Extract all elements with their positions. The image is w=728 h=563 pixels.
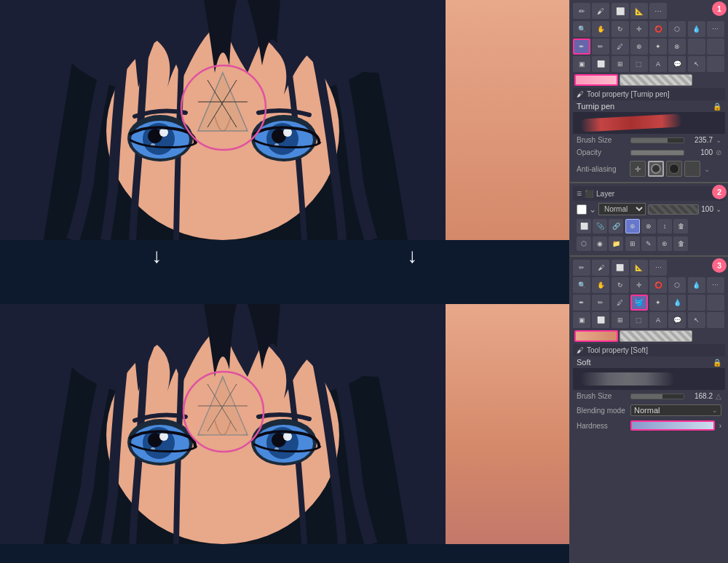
tool-hand[interactable]: ✋ [592, 21, 609, 37]
antialias-btn-extra[interactable] [684, 161, 700, 177]
p3-pen3[interactable]: 🖊 [612, 295, 629, 311]
antialias-btn-circle2[interactable] [666, 161, 682, 177]
p3-spare2[interactable] [707, 295, 724, 311]
p3-drop[interactable]: 💧 [668, 295, 686, 311]
layer-icon-2-5[interactable]: ✎ [641, 236, 656, 251]
p3-pen1[interactable]: ✒ [573, 295, 590, 311]
p3-textbox[interactable]: ⬚ [630, 312, 648, 328]
layer-opacity-stepper[interactable]: ⌄ [716, 205, 721, 213]
tool-bubble[interactable]: 💬 [668, 56, 686, 72]
tool-property-title-1: Tool property [Turnip pen] [587, 90, 670, 98]
p3-bubble[interactable]: 💬 [668, 312, 686, 328]
tool-zoom[interactable]: 🔍 [573, 21, 590, 37]
tool-extra2[interactable] [707, 56, 724, 72]
color-bar-primary-3[interactable] [574, 330, 618, 342]
p3-rotate[interactable]: ↻ [612, 277, 629, 293]
layer-icon-lock[interactable]: ⬜ [577, 219, 591, 233]
p3-fill[interactable]: ▣ [573, 312, 590, 328]
color-bar-secondary-3[interactable] [620, 330, 692, 342]
tool-icon-erase[interactable]: ⬜ [612, 3, 629, 19]
p3-textA[interactable]: A [649, 312, 667, 328]
tool-pen6[interactable]: ⊗ [668, 39, 686, 55]
layer-mode-select[interactable]: Normal Multiply Screen Overlay [598, 203, 646, 215]
antialias-btn-circle1[interactable] [648, 161, 664, 177]
p3-star[interactable]: ✦ [649, 295, 667, 311]
tool-turnip-pen[interactable]: ✒ [573, 39, 590, 55]
blending-mode-select[interactable]: Normal ⌄ [630, 404, 721, 416]
hamburger-icon[interactable]: ≡ [577, 188, 582, 199]
tool-rotate[interactable]: ↻ [612, 21, 629, 37]
layer-icon-2-2[interactable]: ◉ [593, 236, 607, 251]
p3-tool-dots[interactable]: ⋯ [649, 260, 667, 276]
layer-icon-clip[interactable]: 📎 [593, 219, 607, 233]
tool-move[interactable]: ✛ [630, 21, 648, 37]
p3-lasso[interactable]: ⭕ [649, 277, 667, 293]
p3-eyedrop[interactable]: 💧 [688, 277, 705, 293]
antialias-stepper[interactable]: ⌄ [704, 165, 710, 173]
tool-fill[interactable]: ▣ [573, 56, 590, 72]
antialias-btn-cross[interactable]: ✛ [630, 161, 646, 177]
tool-rect[interactable]: ⬜ [592, 56, 609, 72]
p3-zoom[interactable]: 🔍 [573, 277, 590, 293]
p3-pen2[interactable]: ✏ [592, 295, 609, 311]
tool-pen3[interactable]: 🖊 [612, 39, 629, 55]
p3-move[interactable]: ✛ [630, 277, 648, 293]
tool-eyedrop[interactable]: 💧 [688, 21, 705, 37]
tool-pen8[interactable] [707, 39, 724, 55]
p3-grid[interactable]: ⊞ [612, 312, 629, 328]
p3-rect[interactable]: ⬜ [592, 312, 609, 328]
p3-spare1[interactable] [688, 295, 705, 311]
brush-size-bar-1[interactable] [630, 137, 684, 143]
p3-extra2[interactable] [707, 312, 724, 328]
p3-cursor[interactable]: ↖ [688, 312, 705, 328]
layer-icon-delete[interactable]: 🗑 [673, 219, 688, 233]
layer-icon-2-3[interactable]: 📁 [609, 236, 623, 251]
tool-pen4[interactable]: ⊕ [630, 39, 648, 55]
tool-icon-pen[interactable]: ✏ [573, 3, 590, 19]
tool-grid[interactable]: ⊞ [612, 56, 629, 72]
tool-icon-ruler[interactable]: 📐 [630, 3, 648, 19]
opacity-stepper-1[interactable]: ⊘ [716, 148, 721, 156]
color-bar-primary[interactable] [574, 74, 618, 86]
p3-tool-erase[interactable]: ⬜ [612, 260, 629, 276]
tool-lasso[interactable]: ⭕ [649, 21, 667, 37]
layer-icon-move[interactable]: ↕ [657, 219, 672, 233]
brush-size-stepper-1[interactable]: ⌄ [716, 136, 721, 144]
tool-name-1: Turnip pen [577, 102, 614, 111]
layer-icon-copy[interactable]: ⊗ [641, 219, 656, 233]
tool-icon-dots[interactable]: ⋯ [649, 3, 667, 19]
hardness-bar[interactable] [630, 420, 715, 431]
p3-extra[interactable]: ⋯ [707, 277, 724, 293]
p3-tool-ruler[interactable]: 📐 [630, 260, 648, 276]
brush-size-bar-3[interactable] [630, 394, 684, 399]
antialias-row-1: Anti-aliasing ✛ ⌄ [573, 159, 725, 179]
p3-tool-brush[interactable]: 🖌 [592, 260, 609, 276]
layer-visibility-checkbox[interactable] [577, 204, 587, 215]
color-bar-secondary[interactable] [620, 74, 692, 86]
tool-icon-brush[interactable]: 🖌 [592, 3, 609, 19]
tool-pen5[interactable]: ✦ [649, 39, 667, 55]
hardness-arrow[interactable]: › [719, 422, 721, 430]
layer-arrow-icon[interactable]: ⌄ [589, 204, 596, 215]
layer-opacity-bar[interactable] [648, 204, 699, 215]
tool-extra[interactable]: ⋯ [707, 21, 724, 37]
layer-icon-2-6[interactable]: ⊛ [657, 236, 672, 251]
tool-select[interactable]: ⬡ [668, 21, 686, 37]
tool-textbox[interactable]: ⬚ [630, 56, 648, 72]
p3-tool-pen[interactable]: ✏ [573, 260, 590, 276]
layer-icon-2-4[interactable]: ⊞ [625, 236, 640, 251]
tool-pen7[interactable] [688, 39, 705, 55]
p3-hand[interactable]: ✋ [592, 277, 609, 293]
brush-size-stepper-3[interactable]: △ [716, 392, 721, 400]
tool-cursor[interactable]: ↖ [688, 56, 705, 72]
p3-bucket-icon[interactable]: 🪣 [630, 295, 648, 311]
layer-icon-2-1[interactable]: ⬡ [577, 236, 591, 251]
brush-stroke-1 [580, 113, 683, 132]
opacity-bar-1[interactable] [630, 150, 684, 156]
tool-textA[interactable]: A [649, 56, 667, 72]
p3-select[interactable]: ⬡ [668, 277, 686, 293]
layer-icon-merge[interactable]: ⊕ [625, 219, 640, 233]
layer-icon-2-7[interactable]: 🗑 [673, 236, 688, 251]
layer-icon-chain[interactable]: 🔗 [609, 219, 623, 233]
tool-pen2[interactable]: ✏ [592, 39, 609, 55]
